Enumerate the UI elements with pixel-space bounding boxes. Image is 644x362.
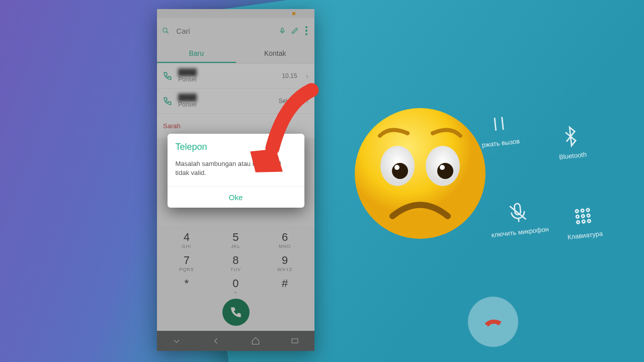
nav-menu-icon[interactable] <box>172 336 182 346</box>
search-input[interactable] <box>174 27 274 35</box>
svg-point-4 <box>582 215 585 218</box>
tabs: Baru Kontak <box>157 43 314 63</box>
key-4[interactable]: 4GHI <box>167 229 207 250</box>
svg-point-1 <box>581 209 584 212</box>
contact-name: ████ <box>178 94 273 101</box>
menu-icon[interactable] <box>303 24 309 37</box>
nav-bar <box>157 331 314 351</box>
svg-point-16 <box>437 163 453 179</box>
mute-mic-icon: ключить микрофон <box>488 199 549 239</box>
contact-type: Ponsel <box>178 101 273 108</box>
svg-point-15 <box>392 163 408 179</box>
svg-point-6 <box>577 221 580 224</box>
bluetooth-icon: Bluetooth <box>556 124 587 161</box>
status-bar <box>157 9 314 18</box>
outgoing-call-icon <box>163 71 172 80</box>
nav-recent-icon[interactable] <box>290 336 300 346</box>
chevron-right-icon: › <box>306 72 308 80</box>
dial-button[interactable] <box>222 299 250 326</box>
nav-back-icon[interactable] <box>211 336 221 346</box>
search-row <box>157 18 314 43</box>
search-icon[interactable] <box>162 26 169 36</box>
svg-point-12 <box>355 108 486 239</box>
edit-icon[interactable] <box>291 26 298 36</box>
svg-point-18 <box>440 165 445 170</box>
phone-icon <box>229 306 243 319</box>
key-0[interactable]: 0+ <box>215 276 256 297</box>
svg-point-9 <box>163 28 167 32</box>
key-hash[interactable]: # <box>265 276 305 297</box>
keypad-icon: Клавиатура <box>565 203 603 241</box>
contact-type: Ponsel <box>178 76 276 83</box>
svg-point-3 <box>576 215 579 218</box>
key-8[interactable]: 8TUV <box>215 252 256 274</box>
svg-point-7 <box>582 220 585 223</box>
svg-rect-11 <box>292 339 298 343</box>
call-time: 10.15 <box>282 72 297 79</box>
tab-contacts[interactable]: Kontak <box>236 43 315 63</box>
svg-point-2 <box>587 209 590 212</box>
svg-point-0 <box>576 210 579 213</box>
svg-rect-10 <box>282 28 284 32</box>
outgoing-call-icon <box>163 97 172 106</box>
key-9[interactable]: 9WXYZ <box>265 252 305 274</box>
sad-emoji <box>352 106 488 241</box>
call-log-item[interactable]: ████Ponsel 10.15 › <box>157 63 314 88</box>
nav-home-icon[interactable] <box>251 336 261 346</box>
key-7[interactable]: 7PQRS <box>167 252 207 274</box>
contact-name: ████ <box>178 68 276 76</box>
mic-icon[interactable] <box>279 26 286 36</box>
svg-point-8 <box>588 219 591 222</box>
dialpad: 4GHI 5JKL 6MNO 7PQRS 8TUV 9WXYZ * 0+ # <box>157 226 314 331</box>
key-star[interactable]: * <box>167 276 207 297</box>
svg-point-5 <box>587 214 590 217</box>
tab-recent[interactable]: Baru <box>157 43 236 63</box>
key-6[interactable]: 6MNO <box>265 229 305 250</box>
svg-point-17 <box>394 165 399 170</box>
key-5[interactable]: 5JKL <box>215 229 256 250</box>
